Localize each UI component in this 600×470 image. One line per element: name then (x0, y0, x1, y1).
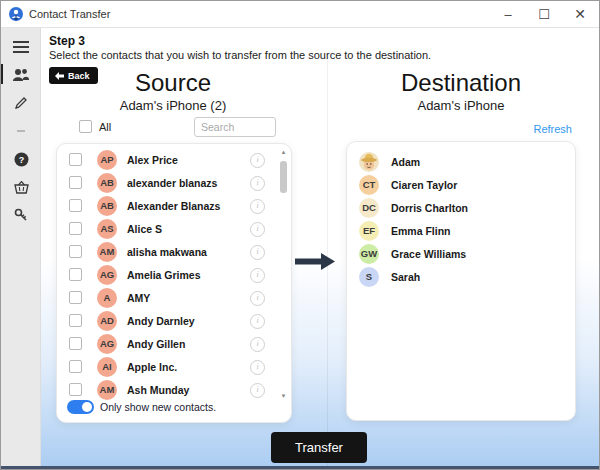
pencil-icon (14, 96, 28, 110)
sidebar-item-edit[interactable] (1, 90, 41, 116)
contact-name: Apple Inc. (127, 361, 177, 373)
titlebar: Contact Transfer – ☐ ✕ (1, 1, 599, 28)
contact-name: Alexander Blanazs (127, 200, 220, 212)
destination-contact-row[interactable]: GW Grace Williams (347, 242, 575, 265)
scrollbar-thumb[interactable] (280, 161, 287, 193)
search-input[interactable] (194, 117, 276, 137)
destination-contact-row[interactable]: DC Dorris Charlton (347, 196, 575, 219)
contact-avatar: AB (97, 196, 117, 216)
contact-checkbox[interactable] (69, 291, 82, 304)
contact-name: Emma Flinn (391, 225, 451, 237)
sidebar-item-settings[interactable] (1, 202, 41, 228)
source-contact-row[interactable]: AG Amelia Grimes i (57, 263, 291, 286)
source-contact-row[interactable]: A AMY i (57, 286, 291, 309)
source-contact-list: AP Alex Price i AB alexander blanazs i A… (56, 143, 292, 423)
contact-checkbox[interactable] (69, 222, 82, 235)
source-contact-row[interactable]: AB Alexander Blanazs i (57, 194, 291, 217)
only-new-contacts-toggle[interactable] (67, 400, 94, 414)
contact-name: Ciaren Taylor (391, 179, 457, 191)
contact-checkbox[interactable] (69, 360, 82, 373)
hamburger-icon (13, 41, 29, 53)
info-icon[interactable]: i (250, 291, 265, 306)
contacts-icon (12, 68, 30, 82)
source-contact-row[interactable]: AB alexander blanazs i (57, 171, 291, 194)
info-icon[interactable]: i (250, 337, 265, 352)
bottom-strip (1, 466, 600, 470)
contact-avatar: AP (97, 150, 117, 170)
contact-avatar: AI (97, 357, 117, 377)
destination-contact-row[interactable]: EF Emma Flinn (347, 219, 575, 242)
destination-contact-row[interactable]: S Sarah (347, 265, 575, 288)
sidebar: ? (1, 28, 41, 470)
select-all[interactable]: All (79, 120, 111, 133)
scroll-up-icon[interactable]: ▲ (279, 149, 288, 155)
select-all-checkbox[interactable] (79, 120, 92, 133)
sidebar-item-store[interactable] (1, 174, 41, 200)
contact-name: Adam (391, 156, 420, 168)
sidebar-item-help[interactable]: ? (1, 146, 41, 172)
contact-name: Andy Darnley (127, 315, 195, 327)
source-contact-row[interactable]: AM alisha makwana i (57, 240, 291, 263)
scroll-down-icon[interactable]: ▼ (279, 393, 288, 399)
contact-avatar: EF (359, 221, 379, 241)
info-icon[interactable]: i (250, 383, 265, 398)
contact-checkbox[interactable] (69, 383, 82, 396)
info-icon[interactable]: i (250, 245, 265, 260)
contact-checkbox[interactable] (69, 337, 82, 350)
contact-avatar: GW (359, 244, 379, 264)
minimize-button[interactable]: – (491, 1, 525, 28)
svg-text:?: ? (18, 155, 24, 165)
source-contact-row[interactable]: AI Apple Inc. i (57, 355, 291, 378)
step-heading: Step 3 (49, 34, 85, 48)
info-icon[interactable]: i (250, 176, 265, 191)
source-contact-row[interactable]: AM Ash Munday i (57, 378, 291, 400)
sidebar-item-dash[interactable] (1, 118, 41, 144)
close-button[interactable]: ✕ (563, 1, 597, 28)
toggle-label: Only show new contacts. (100, 401, 216, 413)
info-icon[interactable]: i (250, 153, 265, 168)
destination-contact-row[interactable]: Adam (347, 150, 575, 173)
refresh-link[interactable]: Refresh (506, 123, 572, 135)
app-icon (9, 7, 23, 21)
contact-checkbox[interactable] (69, 245, 82, 258)
source-contact-row[interactable]: AS Alice S i (57, 217, 291, 240)
source-contact-row[interactable]: AD Andy Darnley i (57, 309, 291, 332)
dash-icon (17, 130, 25, 133)
scrollbar[interactable]: ▲ ▼ (279, 149, 288, 399)
help-icon: ? (14, 152, 29, 167)
contact-avatar: AM (97, 380, 117, 400)
contact-avatar: DC (359, 198, 379, 218)
contact-avatar: AG (97, 265, 117, 285)
toggle-knob (82, 402, 92, 412)
info-icon[interactable]: i (250, 360, 265, 375)
contact-name: Sarah (391, 271, 420, 283)
destination-contact-row[interactable]: CT Ciaren Taylor (347, 173, 575, 196)
step-description: Select the contacts that you wish to tra… (49, 49, 431, 61)
contact-avatar: AG (97, 334, 117, 354)
basket-icon (14, 181, 29, 194)
contact-photo-avatar (359, 152, 379, 172)
info-icon[interactable]: i (250, 222, 265, 237)
info-icon[interactable]: i (250, 199, 265, 214)
contact-avatar: AM (97, 242, 117, 262)
menu-button[interactable] (1, 34, 41, 60)
transfer-button[interactable]: Transfer (271, 432, 367, 463)
contact-name: Ash Munday (127, 384, 189, 396)
info-icon[interactable]: i (250, 268, 265, 283)
sidebar-item-contacts[interactable] (1, 62, 41, 88)
contact-avatar: AB (97, 173, 117, 193)
contact-checkbox[interactable] (69, 199, 82, 212)
destination-title: Destination (337, 69, 585, 97)
info-icon[interactable]: i (250, 314, 265, 329)
contact-checkbox[interactable] (69, 153, 82, 166)
contact-name: alexander blanazs (127, 177, 217, 189)
contact-checkbox[interactable] (69, 314, 82, 327)
window-title: Contact Transfer (29, 8, 110, 20)
contact-checkbox[interactable] (69, 268, 82, 281)
maximize-button[interactable]: ☐ (527, 1, 561, 28)
destination-contact-list: Adam CT Ciaren Taylor DC Dorris Charlton (346, 141, 576, 421)
contact-checkbox[interactable] (69, 176, 82, 189)
contact-name: Dorris Charlton (391, 202, 468, 214)
source-contact-row[interactable]: AP Alex Price i (57, 148, 291, 171)
source-contact-row[interactable]: AG Andy Gillen i (57, 332, 291, 355)
